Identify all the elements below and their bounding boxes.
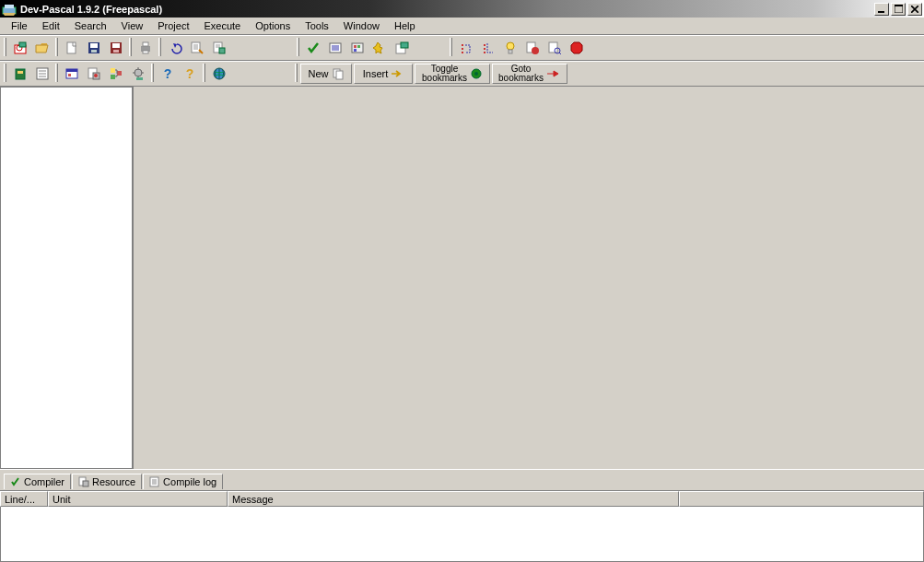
settings-button[interactable] [127,64,148,84]
replace-button[interactable] [208,38,229,58]
grip[interactable] [295,64,298,82]
new-menu-button[interactable]: New [300,64,352,84]
grip[interactable] [129,38,132,56]
svg-rect-27 [401,42,408,48]
toolbar-main [0,35,924,61]
grid-header: Line/... Unit Message [0,491,924,507]
minimize-button[interactable] [874,3,889,16]
properties-button[interactable] [31,64,53,84]
find-button[interactable] [186,38,207,58]
svg-rect-14 [113,50,119,53]
svg-rect-44 [111,68,115,73]
goto-bookmarks-button[interactable]: Goto bookmarks [492,64,567,84]
button-label: Toggle bookmarks [422,64,467,83]
svg-rect-45 [111,75,115,79]
column-message[interactable]: Message [228,491,679,507]
compile-button[interactable] [324,38,345,58]
titlebar: Dev-Pascal 1.9.2 (Freepascal) [0,0,924,18]
svg-rect-1 [5,5,14,8]
tab-label: Compile log [163,476,216,487]
svg-rect-39 [66,69,77,72]
copy-icon [332,67,345,80]
editor-area[interactable] [134,87,924,469]
toggle-bookmarks-button[interactable]: Toggle bookmarks [415,64,490,84]
print-button[interactable] [135,38,156,58]
svg-rect-46 [117,71,122,76]
build-button[interactable] [346,38,368,58]
svg-rect-4 [895,5,903,6]
menu-window[interactable]: Window [336,18,387,33]
project-new-button[interactable] [9,38,30,58]
grip[interactable] [55,38,58,56]
menu-file[interactable]: File [4,18,35,33]
menu-execute[interactable]: Execute [196,18,248,33]
svg-rect-17 [143,51,148,53]
step-over-button[interactable] [455,38,476,58]
tab-compiler[interactable]: Compiler [4,474,71,489]
save-button[interactable] [83,38,104,58]
open-button[interactable] [31,38,53,58]
tab-resource[interactable]: Resource [72,474,142,489]
run-button[interactable] [368,38,390,58]
svg-rect-24 [357,45,360,48]
svg-point-31 [532,47,539,54]
undo-button[interactable] [164,38,185,58]
column-extra[interactable] [679,491,924,507]
column-unit[interactable]: Unit [48,491,228,507]
window-title: Dev-Pascal 1.9.2 (Freepascal) [20,4,874,15]
grip[interactable] [151,64,154,82]
grid-body[interactable] [0,507,924,562]
tip-button[interactable] [499,38,520,58]
grip[interactable] [4,38,6,56]
grip[interactable] [158,38,161,56]
svg-rect-10 [90,43,98,48]
save-all-button[interactable] [105,38,126,58]
tab-label: Resource [92,476,135,487]
svg-rect-32 [549,42,557,53]
svg-text:?: ? [163,66,171,81]
resource-button[interactable] [83,64,104,84]
menu-help[interactable]: Help [387,18,423,33]
svg-rect-29 [509,50,512,53]
breakpoint-button[interactable] [521,38,543,58]
web-button[interactable] [208,64,229,84]
column-line[interactable]: Line/... [0,491,48,507]
tab-compile-log[interactable]: Compile log [143,474,223,489]
book-button[interactable] [9,64,30,84]
insert-menu-button[interactable]: Insert [354,64,413,84]
menu-search[interactable]: Search [67,18,114,33]
menu-view[interactable]: View [114,18,151,33]
menu-edit[interactable]: Edit [35,18,67,33]
grip[interactable] [297,38,299,56]
close-button[interactable] [907,3,922,16]
grip[interactable] [203,64,205,82]
structure-button[interactable] [105,64,126,84]
arrow-right-icon [391,69,404,78]
svg-rect-57 [83,481,88,486]
menu-tools[interactable]: Tools [298,18,336,33]
form-button[interactable] [61,64,82,84]
help-context-button[interactable]: ? [179,64,200,84]
project-tree[interactable] [0,87,134,469]
new-file-button[interactable] [61,38,82,58]
menu-project[interactable]: Project [150,18,196,33]
grip[interactable] [4,64,6,82]
svg-rect-13 [112,43,120,48]
stop-button[interactable] [566,38,587,58]
window-controls [874,3,922,16]
grip[interactable] [55,64,58,82]
step-into-button[interactable] [477,38,498,58]
toolbar-secondary: ? ? New Insert Toggle bookmarks Goto boo… [0,61,924,87]
grip[interactable] [450,38,452,56]
svg-point-55 [474,72,478,76]
check-button[interactable] [302,38,323,58]
log-icon [149,476,160,487]
menu-options[interactable]: Options [248,18,298,33]
svg-rect-25 [354,49,357,52]
maximize-button[interactable] [891,3,906,16]
watch-button[interactable] [544,38,565,58]
svg-rect-20 [219,48,225,53]
help-button[interactable]: ? [157,64,178,84]
debug-button[interactable] [391,38,412,58]
resource-icon [78,476,89,487]
